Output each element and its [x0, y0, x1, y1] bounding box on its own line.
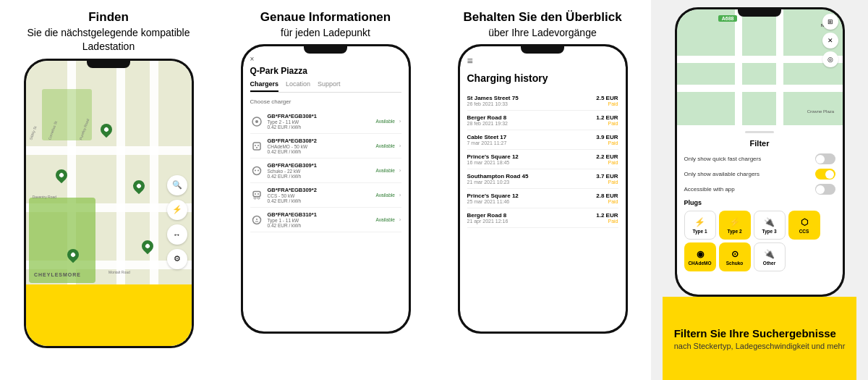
filter-layers-btn[interactable]: ⊞ [822, 14, 838, 30]
toggle-2-knob [816, 185, 825, 194]
phone-3-screen: ≡ Charging history St James Street 75 26… [460, 46, 626, 332]
toggle-1[interactable] [815, 169, 835, 180]
history-1-paid: Paid [596, 121, 618, 126]
charger-1-arrow[interactable]: › [399, 143, 401, 149]
svg-point-5 [256, 147, 258, 148]
charger-2-info: GB*FRA*EGB309*1 Schuko - 22 kW 0.42 EUR … [268, 162, 372, 179]
toggle-2[interactable] [815, 184, 835, 195]
plug-type1-icon: ⚡ [694, 217, 705, 227]
history-4-eur: 3.7 EUR [596, 173, 618, 180]
charger-3-arrow[interactable]: › [399, 192, 401, 198]
history-5-date: 25 mar 2021 11:46 [467, 199, 519, 204]
plug-type3[interactable]: 🔌 Type 3 [754, 211, 786, 240]
street-label-1: Sibbly St [29, 126, 38, 141]
charger-item-3[interactable]: GB*FRA*EGB309*2 CCS - 50 kW 0.42 EUR / k… [250, 183, 401, 208]
history-3-paid: Paid [596, 160, 618, 165]
charger-icon-schuko [250, 164, 263, 177]
section-2-heading: Genaue Informationen für jeden Ladepunkt [246, 0, 405, 44]
plug-other-label: Other [763, 261, 775, 266]
history-3-amount-block: 2.2 EUR Paid [596, 153, 618, 165]
street-label-4: Daventry Road [33, 195, 56, 199]
map-search-btn[interactable]: 🔍 [167, 175, 187, 195]
history-title: Charging history [467, 72, 618, 84]
plug-type2-label: Type 2 [727, 229, 741, 234]
history-0-date: 26 feb 2021 10:33 [467, 101, 519, 106]
history-6-left: Berger Road 8 21 apr 2021 12:16 [467, 212, 509, 224]
plug-type3-label: Type 3 [762, 229, 776, 234]
history-0-paid: Paid [596, 101, 618, 106]
plug-ccs-label: CCS [799, 229, 809, 234]
charger-2-arrow[interactable]: › [399, 167, 401, 174]
charger-1-type: CHAdeMO - 50 kW [268, 144, 372, 149]
charger-1-price: 0.42 EUR / kWh [268, 149, 372, 154]
plug-type2[interactable]: ⚡ Type 2 [719, 211, 751, 240]
section-1-bold: Finden [14, 9, 203, 26]
svg-rect-9 [253, 191, 260, 196]
history-item-5: Prince's Square 12 25 mar 2021 11:46 2.8… [467, 189, 618, 208]
phone-1-notch [87, 61, 130, 68]
map-pin-2 [98, 121, 114, 138]
history-6-amount-block: 1.2 EUR Paid [596, 212, 618, 224]
tab-support[interactable]: Support [318, 80, 341, 92]
history-5-left: Prince's Square 12 25 mar 2021 11:46 [467, 193, 519, 204]
charger-item-2[interactable]: GB*FRA*EGB309*1 Schuko - 22 kW 0.42 EUR … [250, 159, 401, 183]
charger-0-arrow[interactable]: › [399, 118, 401, 124]
charger-3-status: Available [376, 193, 395, 198]
filter-row-2: Accessible with app [684, 184, 835, 195]
charger-4-arrow[interactable]: › [399, 216, 401, 223]
filter-locate-btn[interactable]: ◎ [822, 51, 838, 67]
history-0-left: St James Street 75 26 feb 2021 10:33 [467, 95, 519, 106]
charger-item-0[interactable]: GB*FRA*EGB308*1 Type 2 - 11 kW 0.42 EUR … [250, 109, 401, 134]
section-3-heading: Behalten Sie den Überblick über Ihre Lad… [448, 0, 636, 44]
filter-zoom-in-btn[interactable]: ✕ [822, 33, 838, 48]
toggle-1-knob [825, 170, 834, 179]
charger-1-name: GB*FRA*EGB308*2 [268, 138, 372, 144]
phone-2-screen: × Q-Park Piazza Chargers Location Suppor… [243, 46, 409, 332]
plug-schuko[interactable]: ⊙ Schuko [719, 242, 751, 271]
filter-label-2: Accessible with app [684, 186, 735, 193]
svg-point-15 [256, 219, 258, 220]
close-button[interactable]: × [250, 55, 401, 63]
charger-4-price: 0.42 EUR / kWh [268, 223, 372, 228]
map-sidebar: 🔍 ⚡ ↔ ⚙ [167, 175, 187, 269]
plug-type1[interactable]: ⚡ Type 1 [684, 211, 716, 240]
phone-4-screen: A688 NOMA Crowne Plaza ⊞ ✕ ◎ Filter Only… [677, 9, 843, 295]
map-route-btn[interactable]: ↔ [167, 224, 187, 245]
plug-chademo[interactable]: ◉ CHAdeMO [684, 242, 716, 271]
charger-4-info: GB*FRA*EGB310*1 Type 1 - 11 kW 0.42 EUR … [268, 211, 372, 228]
plug-other[interactable]: 🔌 Other [754, 242, 786, 271]
charger-item-4[interactable]: GB*FRA*EGB310*1 Type 1 - 11 kW 0.42 EUR … [250, 208, 401, 232]
phone-4-frame: A688 NOMA Crowne Plaza ⊞ ✕ ◎ Filter Only… [675, 7, 845, 297]
history-5-location: Prince's Square 12 [467, 193, 519, 199]
history-5-amount-block: 2.8 EUR Paid [596, 193, 618, 204]
svg-point-13 [258, 197, 260, 199]
history-4-date: 21 mar 2021 10:23 [467, 180, 529, 185]
section-history: Behalten Sie den Überblick über Ihre Lad… [434, 0, 651, 380]
section-2-bold: Genaue Informationen [260, 9, 391, 26]
tab-chargers[interactable]: Chargers [250, 80, 279, 92]
map-background: Sibbly St Cornelius St Purefoy Road Dave… [26, 61, 192, 346]
hamburger-icon[interactable]: ≡ [467, 55, 618, 67]
charger-0-info: GB*FRA*EGB308*1 Type 2 - 11 kW 0.42 EUR … [268, 113, 372, 130]
history-2-amount-block: 3.9 EUR Paid [596, 134, 618, 145]
history-2-left: Cable Steet 17 7 mar 2021 11:27 [467, 134, 507, 145]
history-item-6: Berger Road 8 21 apr 2021 12:16 1.2 EUR … [467, 208, 618, 228]
history-6-location: Berger Road 8 [467, 212, 509, 219]
history-3-location: Prince's Square 12 [467, 153, 519, 160]
history-item-1: Berger Road 8 28 feb 2021 19:32 1.2 EUR … [467, 111, 618, 130]
plug-ccs[interactable]: ⬡ CCS [788, 211, 820, 240]
charger-2-type: Schuko - 22 kW [268, 169, 372, 174]
filter-row-1: Only show available chargers [684, 169, 835, 180]
charger-icon-ccs [250, 189, 263, 202]
phone-1-screen: Sibbly St Cornelius St Purefoy Road Dave… [26, 61, 192, 346]
plug-row-1: ◉ CHAdeMO ⊙ Schuko 🔌 Other [684, 242, 835, 271]
charger-item-1[interactable]: GB*FRA*EGB308*2 CHAdeMO - 50 kW 0.42 EUR… [250, 134, 401, 159]
map-settings-btn[interactable]: ⚙ [167, 249, 187, 269]
tab-location[interactable]: Location [286, 80, 310, 92]
choose-charger-label: Choose charger [250, 98, 401, 105]
map-filter-btn[interactable]: ⚡ [167, 200, 187, 220]
history-6-paid: Paid [596, 219, 618, 224]
filter-map: A688 NOMA Crowne Plaza ⊞ ✕ ◎ [677, 9, 843, 125]
charger-4-status: Available [376, 217, 395, 222]
toggle-0[interactable] [815, 153, 835, 164]
